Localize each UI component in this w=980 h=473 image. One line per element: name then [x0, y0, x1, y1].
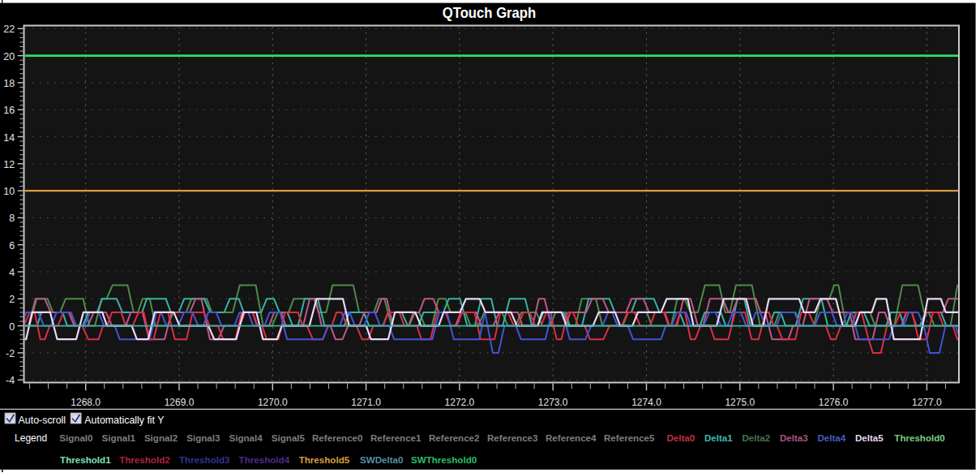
- svg-text:SWDelta0: SWDelta0: [360, 454, 403, 465]
- svg-text:Reference1: Reference1: [370, 432, 422, 443]
- svg-text:Signal0: Signal0: [59, 432, 92, 443]
- svg-text:Reference5: Reference5: [604, 432, 655, 443]
- svg-text:Threshold4: Threshold4: [239, 454, 290, 465]
- svg-text:1272.0: 1272.0: [445, 397, 475, 408]
- svg-text:Threshold1: Threshold1: [60, 454, 111, 465]
- svg-text:Reference4: Reference4: [546, 432, 597, 443]
- svg-text:18: 18: [3, 78, 15, 89]
- svg-text:Legend: Legend: [15, 432, 47, 444]
- svg-text:Signal1: Signal1: [102, 432, 136, 443]
- svg-text:Threshold5: Threshold5: [299, 454, 350, 465]
- svg-text:10: 10: [3, 186, 15, 197]
- svg-text:Signal5: Signal5: [272, 432, 306, 443]
- svg-text:Signal4: Signal4: [229, 432, 263, 443]
- svg-text:Delta3: Delta3: [780, 432, 808, 443]
- svg-text:16: 16: [3, 105, 15, 116]
- svg-text:1269.0: 1269.0: [165, 397, 195, 408]
- svg-text:2: 2: [9, 294, 15, 305]
- svg-text:1274.0: 1274.0: [631, 397, 661, 408]
- svg-text:Delta2: Delta2: [742, 432, 770, 443]
- svg-text:-2: -2: [6, 348, 15, 359]
- svg-text:QTouch Graph: QTouch Graph: [443, 4, 537, 21]
- svg-text:Threshold0: Threshold0: [894, 432, 945, 443]
- svg-text:12: 12: [3, 159, 15, 170]
- svg-text:1268.0: 1268.0: [71, 397, 101, 408]
- svg-text:Signal3: Signal3: [186, 432, 220, 443]
- svg-text:Threshold2: Threshold2: [119, 454, 170, 465]
- svg-text:1275.0: 1275.0: [725, 397, 755, 408]
- svg-text:1271.0: 1271.0: [351, 397, 381, 408]
- svg-text:Reference0: Reference0: [312, 432, 363, 443]
- svg-text:4: 4: [9, 267, 15, 278]
- svg-text:Automatically fit Y: Automatically fit Y: [84, 415, 164, 426]
- svg-text:Delta0: Delta0: [666, 432, 695, 443]
- svg-text:-4: -4: [6, 375, 15, 386]
- svg-text:Delta4: Delta4: [817, 432, 845, 443]
- svg-text:1277.0: 1277.0: [912, 397, 942, 408]
- svg-text:SWThreshold0: SWThreshold0: [411, 454, 477, 465]
- svg-text:1273.0: 1273.0: [538, 397, 568, 408]
- svg-text:Delta1: Delta1: [704, 432, 733, 443]
- svg-text:6: 6: [9, 240, 15, 252]
- svg-text:Delta5: Delta5: [855, 432, 884, 443]
- svg-text:Threshold3: Threshold3: [179, 454, 230, 465]
- svg-text:8: 8: [9, 213, 15, 224]
- svg-text:0: 0: [9, 321, 15, 333]
- svg-text:Auto-scroll: Auto-scroll: [19, 415, 66, 426]
- svg-text:Reference3: Reference3: [487, 432, 538, 443]
- svg-text:22: 22: [3, 24, 15, 35]
- svg-text:14: 14: [3, 132, 15, 144]
- svg-text:20: 20: [3, 51, 15, 62]
- svg-text:Signal2: Signal2: [144, 432, 178, 443]
- svg-text:1270.0: 1270.0: [258, 397, 288, 408]
- svg-text:1276.0: 1276.0: [819, 397, 849, 408]
- svg-text:Reference2: Reference2: [429, 432, 480, 443]
